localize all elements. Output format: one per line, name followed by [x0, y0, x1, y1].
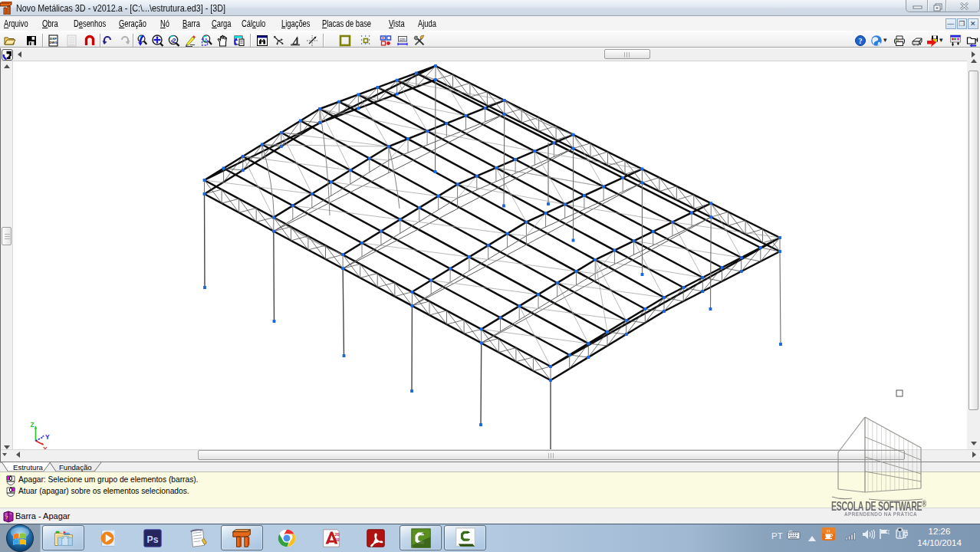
svg-text:Z: Z [31, 421, 35, 429]
svg-text:?: ? [859, 37, 863, 45]
svg-text:DWG: DWG [49, 41, 58, 44]
svg-text:?: ? [5, 514, 8, 521]
svg-text:cm: cm [400, 37, 406, 41]
svg-text:Fundação: Fundação [59, 463, 92, 472]
svg-text:Estrutura: Estrutura [13, 463, 44, 472]
svg-text:Ps: Ps [146, 534, 158, 544]
svg-text:20: 20 [334, 532, 339, 537]
svg-text:10: 10 [334, 537, 339, 541]
svg-text:Y: Y [45, 433, 50, 441]
